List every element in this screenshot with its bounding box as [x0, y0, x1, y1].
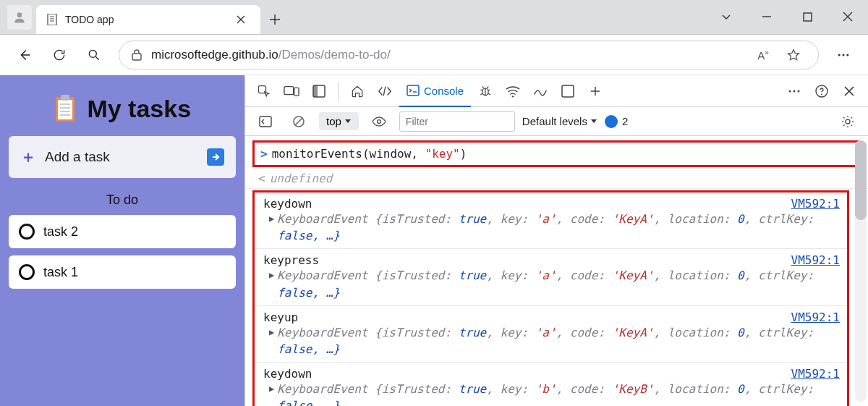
event-object: KeyboardEvent {isTrusted: true, key: 'a'…: [277, 324, 840, 358]
event-object: KeyboardEvent {isTrusted: true, key: 'b'…: [277, 381, 840, 406]
more-button[interactable]: [827, 39, 859, 71]
console-return-row: < undefined: [245, 169, 868, 189]
console-log-row[interactable]: keypressVM592:1 ▶ KeyboardEvent {isTrust…: [255, 249, 847, 305]
return-arrow-icon: <: [258, 172, 265, 185]
console-log-row[interactable]: keydownVM592:1 ▶ KeyboardEvent {isTruste…: [255, 193, 847, 249]
prompt-icon: >: [260, 147, 268, 161]
scrollbar-thumb[interactable]: [855, 140, 867, 220]
svg-rect-21: [284, 86, 294, 94]
event-type: keyup: [263, 310, 298, 324]
help-icon: [815, 85, 828, 98]
browser-tab[interactable]: TODO app: [36, 5, 260, 34]
code-icon: [377, 85, 393, 98]
console-log-row[interactable]: keydownVM592:1 ▶ KeyboardEvent {isTruste…: [255, 363, 847, 406]
devtools-more[interactable]: [781, 78, 807, 104]
window-titlebar: TODO app: [0, 0, 868, 35]
tab-close-button[interactable]: [231, 10, 250, 29]
issues-button[interactable]: 2: [605, 115, 628, 128]
caret-down-icon: [590, 119, 597, 124]
console-tab[interactable]: Console: [399, 76, 471, 107]
live-expression[interactable]: [366, 109, 392, 135]
person-icon: [12, 10, 27, 25]
window-minimize[interactable]: [746, 0, 787, 34]
console-tab-label: Console: [424, 85, 464, 97]
back-button[interactable]: [9, 39, 41, 71]
clear-console[interactable]: [286, 109, 312, 135]
close-icon: [844, 86, 854, 96]
address-bar[interactable]: microsoftedge.github.io/Demos/demo-to-do…: [119, 41, 819, 69]
home-icon: [350, 84, 365, 98]
read-aloud-button[interactable]: A»: [750, 42, 776, 68]
svg-point-38: [846, 119, 850, 124]
add-task-row[interactable]: ＋ Add a task: [9, 136, 236, 178]
svg-point-29: [789, 90, 791, 92]
svg-point-33: [821, 93, 822, 95]
source-link[interactable]: VM592:1: [791, 310, 840, 324]
svg-rect-28: [562, 85, 574, 97]
expand-triangle-icon[interactable]: ▶: [269, 327, 274, 337]
svg-rect-9: [132, 54, 141, 60]
network-tab[interactable]: [500, 78, 526, 104]
devtools-close[interactable]: [836, 78, 862, 104]
expand-triangle-icon[interactable]: ▶: [269, 384, 274, 394]
task-checkbox[interactable]: [19, 224, 35, 240]
task-item[interactable]: task 1: [9, 255, 236, 289]
refresh-button[interactable]: [43, 39, 75, 71]
window-close[interactable]: [827, 0, 868, 34]
arrow-left-icon: [17, 47, 33, 63]
favorite-button[interactable]: [780, 42, 807, 68]
inspect-button[interactable]: [251, 78, 277, 104]
sources-tab[interactable]: [472, 78, 498, 104]
plus-icon: [590, 86, 600, 96]
event-object: KeyboardEvent {isTrusted: true, key: 'a'…: [277, 267, 840, 300]
task-checkbox[interactable]: [19, 264, 35, 280]
panel-icon: [312, 85, 326, 98]
task-label: task 1: [43, 265, 78, 280]
app-header: My tasks: [9, 84, 236, 136]
expand-triangle-icon[interactable]: ▶: [269, 213, 274, 224]
console-sidebar-toggle[interactable]: [252, 109, 278, 135]
cmd-arg-string: "key": [425, 147, 460, 161]
svg-rect-1: [48, 14, 56, 25]
context-selector[interactable]: top: [319, 112, 359, 130]
profile-button[interactable]: [7, 5, 32, 30]
svg-rect-25: [407, 85, 419, 96]
svg-rect-14: [58, 100, 72, 119]
eye-icon: [372, 117, 386, 127]
welcome-tab[interactable]: [344, 78, 370, 104]
elements-tab[interactable]: [372, 78, 398, 104]
source-link[interactable]: VM592:1: [791, 253, 840, 267]
performance-tab[interactable]: [527, 78, 553, 104]
source-link[interactable]: VM592:1: [791, 197, 840, 211]
search-icon: [87, 48, 101, 62]
task-item[interactable]: task 2: [9, 215, 236, 248]
minimize-icon: [762, 12, 772, 22]
console-settings[interactable]: [835, 109, 861, 135]
memory-tab[interactable]: [555, 78, 581, 104]
filter-input[interactable]: [399, 111, 515, 132]
expand-triangle-icon[interactable]: ▶: [269, 270, 274, 280]
browser-toolbar: microsoftedge.github.io/Demos/demo-to-do…: [0, 35, 868, 75]
log-levels[interactable]: Default levels: [522, 115, 597, 127]
console-log-row[interactable]: keyupVM592:1 ▶ KeyboardEvent {isTrusted:…: [255, 306, 847, 363]
caret-down-icon: [344, 119, 352, 124]
window-dropdown[interactable]: [706, 0, 746, 34]
panel-toggle[interactable]: [306, 78, 332, 104]
site-info-button[interactable]: [131, 48, 142, 62]
devtools-help[interactable]: [809, 78, 835, 104]
search-button[interactable]: [78, 39, 110, 71]
svg-point-30: [793, 90, 796, 92]
source-link[interactable]: VM592:1: [791, 367, 840, 381]
window-maximize[interactable]: [787, 0, 827, 34]
app-pane: My tasks ＋ Add a task To do task 2 task …: [0, 75, 244, 406]
svg-point-0: [17, 12, 22, 17]
device-toggle[interactable]: [278, 78, 305, 104]
clipboard-icon: [54, 94, 77, 123]
add-task-submit[interactable]: [207, 148, 224, 166]
gear-icon: [841, 115, 854, 128]
add-tab[interactable]: [582, 78, 608, 104]
new-tab-button[interactable]: [260, 5, 289, 34]
svg-point-27: [512, 96, 514, 97]
issues-count: 2: [622, 115, 628, 127]
sidebar-icon: [259, 116, 272, 127]
